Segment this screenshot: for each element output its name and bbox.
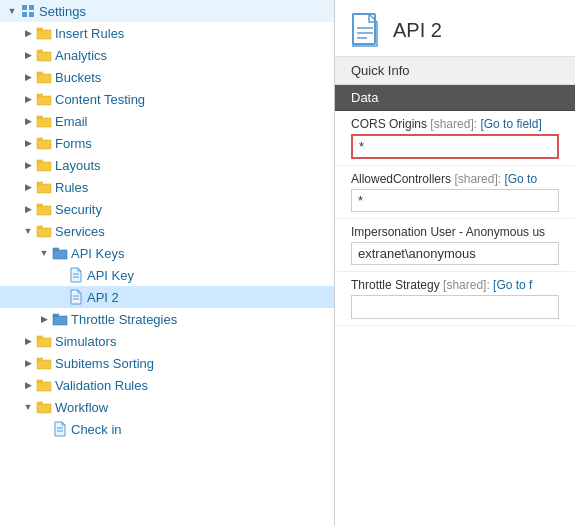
expand-icon[interactable]: ▶ [20, 201, 36, 217]
page-header: API 2 [335, 0, 575, 57]
folder-yellow-icon [36, 70, 52, 84]
tree-item-insert-rules[interactable]: ▶ Insert Rules [0, 22, 334, 44]
expand-icon [52, 289, 68, 305]
field-input-throttle-strategy[interactable] [351, 295, 559, 319]
tree-item-email[interactable]: ▶ Email [0, 110, 334, 132]
tree-item-api-key[interactable]: API Key [0, 264, 334, 286]
tree-label-throttle-strategies: Throttle Strategies [71, 312, 177, 327]
svg-rect-10 [353, 14, 375, 44]
tree-label-api-2: API 2 [87, 290, 119, 305]
folder-yellow-icon [36, 202, 52, 216]
folder-analytics-icon [36, 48, 52, 62]
tree-label-subitems-sorting: Subitems Sorting [55, 356, 154, 371]
expand-icon[interactable]: ▶ [20, 157, 36, 173]
tree-item-security[interactable]: ▶ Security [0, 198, 334, 220]
expand-icon[interactable]: ▶ [20, 179, 36, 195]
expand-icon[interactable]: ▶ [20, 47, 36, 63]
tree-label-api-keys: API Keys [71, 246, 124, 261]
tree-label-layouts: Layouts [55, 158, 101, 173]
field-input-allowed-controllers[interactable] [351, 189, 559, 212]
file-blue-icon [68, 268, 84, 282]
settings-root-icon [20, 4, 36, 18]
svg-rect-2 [22, 12, 27, 17]
go-to-field-link[interactable]: [Go to field] [477, 117, 542, 131]
tree-label-rules: Rules [55, 180, 88, 195]
expand-icon[interactable]: ▶ [20, 113, 36, 129]
tree-label-security: Security [55, 202, 102, 217]
tree-item-validation-rules[interactable]: ▶ Validation Rules [0, 374, 334, 396]
folder-yellow-icon [36, 92, 52, 106]
svg-rect-3 [29, 12, 34, 17]
shared-text: [shared]: [454, 172, 501, 186]
tree-item-layouts[interactable]: ▶ Layouts [0, 154, 334, 176]
field-input-cors-origins[interactable] [351, 134, 559, 159]
expand-icon[interactable]: ▶ [20, 135, 36, 151]
expand-icon[interactable]: ▶ [20, 91, 36, 107]
data-section-header: Data [335, 85, 575, 111]
page-icon [351, 12, 383, 48]
tree-item-workflow[interactable]: ▼ Workflow [0, 396, 334, 418]
folder-blue-icon [52, 246, 68, 260]
folder-yellow-icon [36, 378, 52, 392]
tree-label-insert-rules: Insert Rules [55, 26, 124, 41]
tree-label-services: Services [55, 224, 105, 239]
expand-icon[interactable]: ▼ [36, 245, 52, 261]
folder-blue-icon [52, 312, 68, 326]
field-row-impersonation-user: Impersonation User - Anonymous us [335, 219, 575, 272]
tree-label-simulators: Simulators [55, 334, 116, 349]
expand-icon[interactable]: ▶ [20, 377, 36, 393]
tree-item-content-testing[interactable]: ▶ Content Testing [0, 88, 334, 110]
tree-label-buckets: Buckets [55, 70, 101, 85]
tree-item-settings[interactable]: ▼ Settings [0, 0, 334, 22]
tree-item-api-2[interactable]: API 2 [0, 286, 334, 308]
field-input-impersonation-user[interactable] [351, 242, 559, 265]
expand-icon[interactable]: ▶ [20, 333, 36, 349]
go-to-field-link[interactable]: [Go to f [490, 278, 533, 292]
folder-yellow-icon [36, 26, 52, 40]
shared-text: [shared]: [443, 278, 490, 292]
tree-item-api-keys[interactable]: ▼ API Keys [0, 242, 334, 264]
tree-item-forms[interactable]: ▶ Forms [0, 132, 334, 154]
go-to-field-link[interactable]: [Go to [501, 172, 537, 186]
folder-yellow-icon [36, 356, 52, 370]
field-label-throttle-strategy: Throttle Strategy [shared]: [Go to f [351, 278, 559, 292]
expand-icon[interactable]: ▶ [36, 311, 52, 327]
fields-container: CORS Origins [shared]: [Go to field]Allo… [335, 111, 575, 326]
tree-label-analytics: Analytics [55, 48, 107, 63]
tree-label-api-key: API Key [87, 268, 134, 283]
svg-rect-1 [29, 5, 34, 10]
expand-icon [52, 267, 68, 283]
folder-yellow-icon [36, 400, 52, 414]
tree-label-email: Email [55, 114, 88, 129]
expand-icon[interactable]: ▼ [20, 223, 36, 239]
tree-item-throttle-strategies[interactable]: ▶ Throttle Strategies [0, 308, 334, 330]
field-label-impersonation-user: Impersonation User - Anonymous us [351, 225, 559, 239]
tree-label-content-testing: Content Testing [55, 92, 145, 107]
quick-info-label: Quick Info [335, 57, 575, 85]
page-title: API 2 [393, 19, 442, 42]
tree-label-settings: Settings [39, 4, 86, 19]
expand-icon[interactable]: ▶ [20, 69, 36, 85]
folder-yellow-icon [36, 224, 52, 238]
expand-icon[interactable]: ▼ [20, 399, 36, 415]
field-label-cors-origins: CORS Origins [shared]: [Go to field] [351, 117, 559, 131]
right-panel: API 2 Quick Info Data CORS Origins [shar… [335, 0, 575, 526]
tree-item-services[interactable]: ▼ Services [0, 220, 334, 242]
tree-item-check-in[interactable]: Check in [0, 418, 334, 440]
tree-item-subitems-sorting[interactable]: ▶ Subitems Sorting [0, 352, 334, 374]
field-row-throttle-strategy: Throttle Strategy [shared]: [Go to f [335, 272, 575, 326]
tree-item-simulators[interactable]: ▶ Simulators [0, 330, 334, 352]
tree-label-check-in: Check in [71, 422, 122, 437]
shared-text: [shared]: [430, 117, 477, 131]
expand-icon[interactable]: ▼ [4, 3, 20, 19]
svg-rect-0 [22, 5, 27, 10]
expand-icon[interactable]: ▶ [20, 25, 36, 41]
field-label-allowed-controllers: AllowedControllers [shared]: [Go to [351, 172, 559, 186]
field-row-cors-origins: CORS Origins [shared]: [Go to field] [335, 111, 575, 166]
expand-icon[interactable]: ▶ [20, 355, 36, 371]
tree-item-analytics[interactable]: ▶ Analytics [0, 44, 334, 66]
tree-item-buckets[interactable]: ▶ Buckets [0, 66, 334, 88]
expand-icon [36, 421, 52, 437]
tree-item-rules[interactable]: ▶ Rules [0, 176, 334, 198]
tree-panel: ▼ Settings▶ Insert Rules▶ Analytics▶ Buc… [0, 0, 335, 526]
